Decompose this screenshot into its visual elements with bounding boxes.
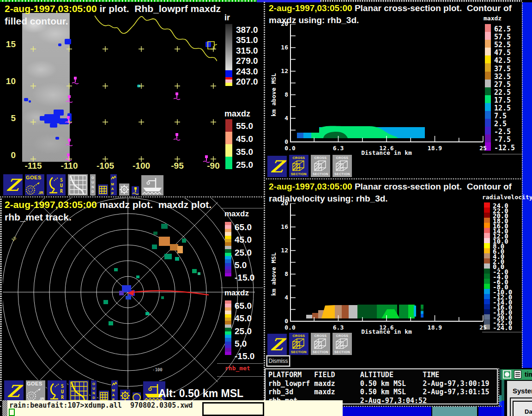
colorbar-tick-label: 57.5 <box>494 33 511 41</box>
grid-plus-mark <box>30 83 36 89</box>
toolbar-button-zebra[interactable]: Z <box>267 155 287 177</box>
toolbar-button-zebra[interactable]: Z <box>3 174 23 196</box>
circle-glyph <box>505 372 509 377</box>
colorbar-segment <box>484 263 490 269</box>
xs-y-tick-label: 12 <box>276 247 288 254</box>
radar-dish-icon: SUR <box>48 381 66 401</box>
lon-tick-label: -105 <box>97 161 114 171</box>
radar-echo <box>103 300 108 304</box>
goes-ir-icon: GOES.IR <box>26 380 45 402</box>
toolbar-button-cube[interactable]: CROSSSECTION <box>289 332 309 355</box>
ir-colorbar: 387.0351.0315.0279.0243.0207.0 <box>225 24 232 86</box>
colorbar-segment <box>225 144 232 157</box>
xs-vel-colorbar-title: radialvelocity <box>482 194 532 201</box>
grid-plus-mark <box>139 119 144 125</box>
colorbar-segment <box>484 233 490 238</box>
cross-section-label-bottom: SECTION <box>334 350 350 354</box>
toolbar-button-gridcurve[interactable] <box>68 380 89 402</box>
legend-separator <box>221 288 263 288</box>
cross-section-label-bottom: SECTION <box>291 172 307 176</box>
toolbar-button-bounds-bounds[interactable]: BOUNDS <box>90 174 96 196</box>
toolbar-button-map-map[interactable]: MAP <box>111 380 118 402</box>
xs-y-tick-label: 4 <box>276 115 288 122</box>
ir-panel-title-text: ir plot. Rhb_lowprf maxdz <box>97 3 221 14</box>
system-window-title: System <box>513 387 532 395</box>
colorbar-segment <box>225 269 231 273</box>
colorbar-segment <box>225 222 231 225</box>
lon-tick-label: -110 <box>61 161 78 171</box>
coastline <box>95 16 217 61</box>
radar-plot[interactable] <box>3 198 263 406</box>
toolbar-button-zebra[interactable]: Z <box>4 380 24 402</box>
toolbar-button-gridcurve[interactable] <box>67 174 88 196</box>
colorbar-segment <box>225 119 232 132</box>
grid-plus-mark <box>175 119 180 125</box>
contour-fill <box>357 305 378 318</box>
xs-x-tick-label: 18.9 <box>421 145 449 152</box>
colorbar-segment <box>225 249 231 252</box>
colorbar-segment <box>484 248 490 253</box>
colorbar-segment <box>484 294 490 299</box>
xs-maxdz-plot[interactable] <box>290 24 484 143</box>
station-symbol <box>174 92 180 100</box>
xs-vel-plot[interactable] <box>290 203 484 323</box>
terminal-window[interactable]: rain:beaufait:107>xdump.all 970802.0305.… <box>2 400 343 416</box>
toolbar-button-cube[interactable]: CROSSSECTION <box>310 154 331 177</box>
xs-y-tick-label: 0 <box>276 138 288 145</box>
toolbar-button-ship[interactable] <box>141 175 164 196</box>
window-menu-icon[interactable] <box>503 370 511 379</box>
toolbar-button-cube[interactable]: CROSSSECTION <box>289 154 309 177</box>
cross-section-cube-icon <box>292 160 306 172</box>
toolbar-button-radar-sur[interactable]: SUR <box>46 174 66 196</box>
toolbar-button-map-map[interactable]: MAP <box>110 174 117 196</box>
cross-section-cube-icon <box>335 160 349 172</box>
toolbar-button-cube[interactable]: CROSSSECTION <box>310 332 331 355</box>
colorbar-segment <box>225 345 231 348</box>
corner-strip-teal <box>502 380 504 401</box>
toolbar-button-radar-sur[interactable]: SUR <box>47 380 67 402</box>
ir-panel-time: 2-aug-1997,03:05:00 <box>5 3 97 14</box>
toolbar-button-bounds-bounds[interactable]: BOUNDS <box>91 380 97 402</box>
toolbar-button-cube[interactable]: CROSSSECTION <box>332 332 352 355</box>
zebra-logo-icon: Z <box>6 383 21 399</box>
toolbar-button-cube[interactable]: CROSSSECTION <box>332 154 352 177</box>
radar-echo <box>164 254 172 259</box>
toolbar-button-zebra[interactable]: Z <box>267 333 287 355</box>
colorbar-segment <box>485 63 491 71</box>
edge-right-blue-bar <box>522 2 532 368</box>
radar-echo <box>161 296 164 299</box>
colorbar-tick-label: 17.5 <box>494 96 511 104</box>
day-button[interactable]: Day <box>513 401 532 416</box>
xs-x-tick-label: 6.3 <box>325 324 352 331</box>
xs-x-tick-label: 18.9 <box>421 324 449 331</box>
toolbar-button-buoy[interactable] <box>131 186 139 196</box>
legend-separator <box>482 154 522 154</box>
colorbar-segment <box>485 72 491 80</box>
toolbar-xs-vel: ZCROSSSECTIONCROSSSECTIONCROSSSECTION <box>267 331 369 355</box>
radar-track-label: rhb_met <box>225 365 250 372</box>
toolbar-button-grid[interactable] <box>97 184 109 196</box>
window-doc-icon[interactable] <box>514 370 521 379</box>
contour-fill <box>349 305 358 318</box>
terminal-scrollbar[interactable] <box>2 400 7 416</box>
xs-y-tick-label: 8 <box>276 91 288 98</box>
colorbar-tick-label: 45.0 <box>235 235 252 245</box>
radar-echo <box>177 246 183 253</box>
toolbar-button-gear[interactable] <box>119 183 130 196</box>
colorbar-segment <box>225 304 231 307</box>
radar-echo <box>152 245 157 249</box>
toolbar-button-goes-goes[interactable]: GOES.IR <box>24 174 45 196</box>
radar-echo <box>109 321 113 325</box>
xs-y-tick-label: 20 <box>276 20 288 27</box>
colorbar-segment <box>225 263 231 266</box>
contour-fill <box>303 133 311 138</box>
colorbar-tick-label: 55.0 <box>236 121 253 131</box>
contour-fill <box>342 305 350 318</box>
ir-maxdz-colorbar-title: maxdz <box>224 109 250 119</box>
dismiss-button[interactable]: Dismiss <box>266 355 290 367</box>
xs-maxdz-colorbar: 62.557.552.547.542.537.532.527.522.517.5… <box>485 24 491 151</box>
lon-tick-label: -115 <box>25 161 42 171</box>
cloud-blob <box>24 98 28 101</box>
ir-map-plot[interactable] <box>5 13 217 165</box>
toolbar-button-goes-goes[interactable]: GOES.IR <box>25 380 46 402</box>
